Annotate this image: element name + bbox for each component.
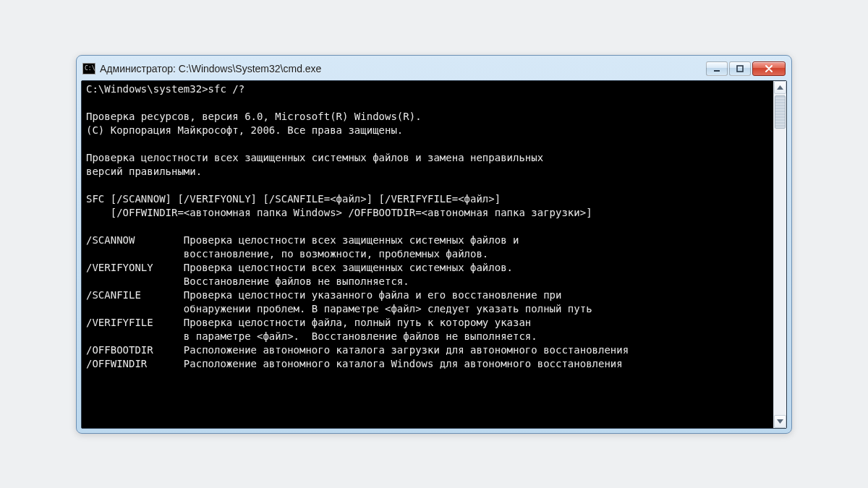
minimize-icon — [713, 65, 720, 72]
maximize-icon — [736, 65, 744, 72]
minimize-button[interactable] — [706, 61, 728, 76]
window-controls — [706, 61, 786, 76]
scroll-thumb[interactable] — [775, 95, 786, 129]
window-title: Администратор: C:\Windows\System32\cmd.e… — [100, 63, 706, 74]
titlebar[interactable]: C:\ Администратор: C:\Windows\System32\c… — [81, 60, 787, 80]
vertical-scrollbar[interactable] — [773, 81, 786, 428]
scroll-up-button[interactable] — [774, 81, 786, 94]
scroll-track[interactable] — [774, 94, 786, 415]
console-output[interactable]: C:\Windows\system32>sfc /? Проверка ресу… — [82, 81, 773, 428]
close-button[interactable] — [752, 61, 786, 76]
svg-rect-1 — [737, 66, 743, 72]
cmd-icon: C:\ — [82, 63, 95, 74]
close-icon — [765, 65, 773, 72]
svg-rect-0 — [714, 70, 720, 72]
chevron-down-icon — [777, 419, 783, 424]
maximize-button[interactable] — [729, 61, 751, 76]
cmd-icon-text: C:\ — [85, 66, 95, 72]
scroll-down-button[interactable] — [774, 415, 786, 428]
command-prompt-window: C:\ Администратор: C:\Windows\System32\c… — [76, 55, 792, 434]
client-area: C:\Windows\system32>sfc /? Проверка ресу… — [81, 80, 787, 429]
chevron-up-icon — [777, 85, 783, 90]
